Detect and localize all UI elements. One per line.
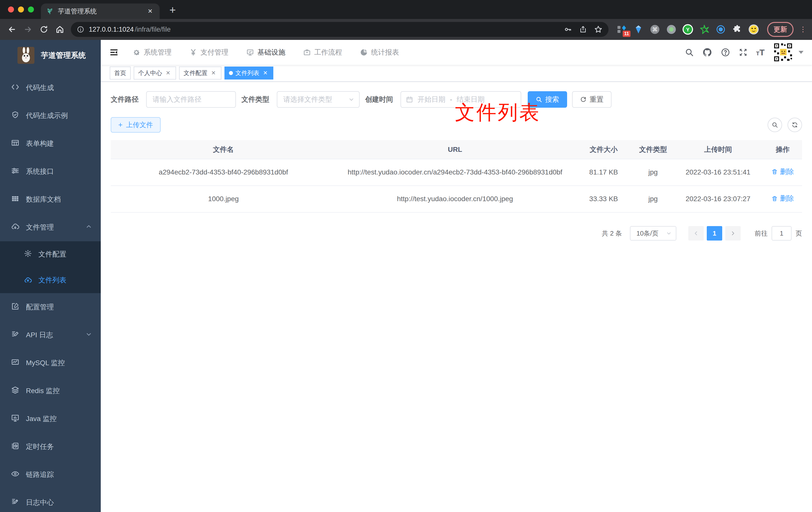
new-tab-button[interactable]: + [166,3,179,17]
home-icon[interactable] [53,23,67,36]
tag-close-icon[interactable]: ✕ [262,70,269,76]
col-file-type: 文件类型 [633,140,673,159]
forward-icon[interactable] [21,23,35,36]
tag-file-list[interactable]: 文件列表 ✕ [225,66,273,80]
topnav-payment[interactable]: 支付管理 [190,48,228,57]
sidebar-item-file-list[interactable]: 文件列表 [0,267,101,293]
sidebar-item-file-management[interactable]: 文件管理 [0,213,101,241]
browser-tab-strip: 芋道管理系统 ✕ + [0,0,812,19]
delete-button[interactable]: 删除 [771,166,794,178]
sidebar-item-java-monitor[interactable]: Java 监控 [0,405,101,433]
sidebar-item-label: 链路追踪 [26,470,54,479]
tag-file-config[interactable]: 文件配置 ✕ [179,66,222,80]
browser-update-button[interactable]: 更新 [767,22,793,37]
delete-button[interactable]: 删除 [771,193,794,204]
search-icon[interactable] [685,48,694,57]
sidebar-item-config-management[interactable]: 配置管理 [0,293,101,321]
cell-file-size: 33.33 KB [574,186,633,212]
app-root: 芋道管理系统 代码生成 代码生成示例 表单构建 系统接口 [0,40,812,512]
fullscreen-icon[interactable] [739,48,748,57]
trash-icon [771,195,778,202]
bookmark-star-icon[interactable] [594,25,603,34]
sidebar-item-db-doc[interactable]: 数据库文档 [0,185,101,213]
github-icon[interactable] [702,48,712,57]
tag-close-icon[interactable]: ✕ [210,70,217,76]
extension-emoji-icon[interactable] [748,24,759,35]
window-minimize-button[interactable] [18,6,24,12]
topnav-workflow[interactable]: 工作流程 [303,48,342,57]
file-path-input[interactable] [146,91,236,108]
sidebar-item-file-config[interactable]: 文件配置 [0,241,101,267]
extension-grid-icon[interactable]: 11 [616,24,628,35]
sidebar-item-scheduled-tasks[interactable]: 定时任务 [0,433,101,461]
sidebar-collapse-icon[interactable] [109,48,119,57]
chevron-left-icon [693,231,699,236]
gear-icon [133,49,140,56]
reload-icon[interactable] [37,23,51,36]
avatar-caret-icon[interactable] [799,51,804,54]
site-info-icon[interactable] [77,26,84,33]
browser-menu-icon[interactable]: ⋮ [800,28,803,31]
sidebar-submenu-file: 文件配置 文件列表 [0,241,101,293]
topnav-label: 基础设施 [257,48,285,57]
window-close-button[interactable] [8,6,14,12]
start-date-placeholder: 开始日期 [417,95,445,104]
col-url: URL [336,140,574,159]
sidebar-item-code-generation[interactable]: 代码生成 [0,74,101,102]
table-row: 1000.jpeg http://test.yudao.iocoder.cn/1… [111,186,802,212]
svg-text:Y: Y [686,27,690,32]
font-size-icon[interactable]: TT [756,48,764,57]
tab-close-icon[interactable]: ✕ [146,7,155,16]
current-page[interactable]: 1 [707,226,722,241]
tag-close-icon[interactable]: ✕ [165,70,172,76]
browser-tab[interactable]: 芋道管理系统 ✕ [41,3,160,19]
col-upload-time: 上传时间 [673,140,763,159]
sidebar-item-redis-monitor[interactable]: Redis 监控 [0,377,101,405]
sidebar-item-api-log[interactable]: API 日志 [0,321,101,349]
create-time-label: 创建时间 [365,95,393,104]
extension-gem-icon[interactable] [633,24,644,35]
sidebar-item-mysql-monitor[interactable]: MySQL 监控 [0,349,101,377]
sidebar-item-system-api[interactable]: 系统接口 [0,157,101,185]
url-bar[interactable]: 127.0.0.1:1024/infra/file/file [71,22,609,37]
reset-button[interactable]: 重置 [572,91,611,108]
extension-green-dot-icon[interactable] [666,24,677,35]
sidebar-item-code-example[interactable]: 代码生成示例 [0,102,101,130]
tag-home[interactable]: 首页 [110,66,131,80]
sidebar-item-form-builder[interactable]: 表单构建 [0,130,101,157]
prev-page-button[interactable] [688,226,704,241]
extension-star-icon[interactable] [699,24,710,35]
extension-y-icon[interactable]: Y [682,24,693,35]
tag-profile[interactable]: 个人中心 ✕ [134,66,176,80]
svg-text:⌘: ⌘ [652,26,658,33]
layers-icon [11,386,20,396]
avatar[interactable] [773,42,793,62]
sidebar-logo[interactable]: 芋道管理系统 [0,40,101,71]
share-icon[interactable] [579,25,587,33]
file-type-select[interactable]: 请选择文件类型 [277,91,359,108]
topnav-infrastructure[interactable]: 基础设施 [246,48,285,57]
help-icon[interactable] [721,48,730,57]
jump-page-input[interactable] [772,226,791,241]
sliders-icon [11,167,20,177]
sidebar-item-log-center[interactable]: 日志中心 [0,488,101,512]
refresh-table-button[interactable] [788,118,802,132]
cloud-upload-icon [24,276,32,284]
toggle-search-button[interactable] [767,118,782,132]
back-icon[interactable] [5,23,19,36]
sidebar-item-tracing[interactable]: 链路追踪 [0,461,101,488]
topnav-label: 统计报表 [371,48,399,57]
page-size-select[interactable]: 10条/页 [630,226,676,241]
extension-eye-icon[interactable] [715,24,726,35]
upload-file-button[interactable]: + 上传文件 [111,117,161,132]
extension-command-icon[interactable]: ⌘ [649,24,660,35]
topnav-reports[interactable]: 统计报表 [360,48,399,57]
next-page-button[interactable] [725,226,741,241]
topnav-system[interactable]: 系统管理 [133,48,172,57]
monitor-check-icon [246,49,254,56]
url-host: 127.0.0.1:1024 [89,26,134,33]
extension-puzzle-icon[interactable] [732,24,743,35]
password-key-icon[interactable] [563,25,572,34]
window-zoom-button[interactable] [28,6,34,12]
document-edit-icon [11,330,20,340]
